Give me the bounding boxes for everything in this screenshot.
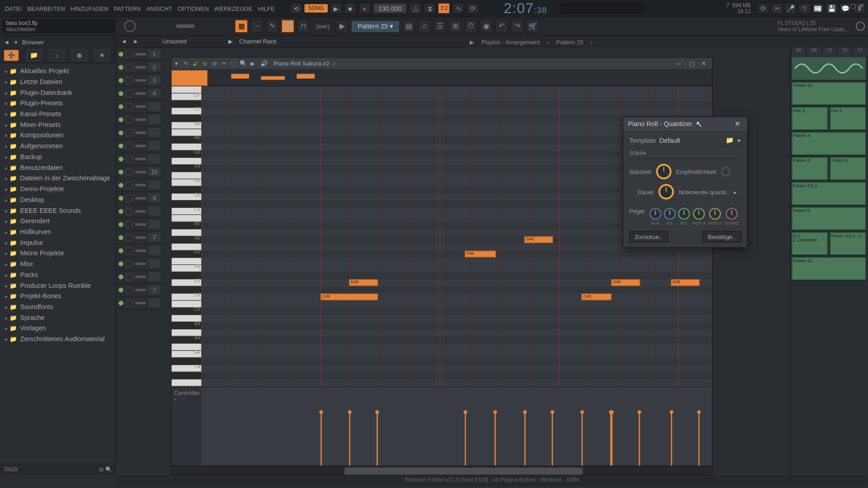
tree-item[interactable]: ▸ 📁Gerendert (0, 216, 116, 226)
midi-note[interactable]: D#5 (611, 279, 640, 286)
channel-row[interactable]: 3 (116, 74, 163, 87)
refresh-icon[interactable]: ⟳ (757, 3, 769, 14)
shop-icon[interactable]: 🛒 (526, 19, 539, 33)
pegel-tonhö-knob[interactable] (726, 208, 737, 220)
breadcrumb-item[interactable]: Playlist - Arrangement (479, 38, 542, 45)
playlist-track[interactable]: Pattern 12 (791, 256, 868, 281)
template-value[interactable]: Default (660, 136, 680, 144)
tree-item[interactable]: ▸ 📁Packs (0, 269, 116, 280)
channel-row[interactable]: · (116, 126, 163, 139)
playlist-track[interactable]: Patt..5Pat..5 (791, 106, 868, 131)
tree-item[interactable]: ▸ 📁Aufgenommen (0, 141, 116, 151)
plugin-icon[interactable]: ◉ (480, 19, 493, 33)
channel-row[interactable]: 2 (116, 61, 163, 74)
channel-row[interactable]: 7 (116, 231, 163, 244)
pr-zoom-icon[interactable]: 🔍 (239, 59, 247, 67)
channel-row[interactable]: · (116, 270, 163, 283)
pattern-mode-button[interactable]: ▦ (235, 19, 248, 33)
tree-item[interactable]: ▸ 📁Desktop (0, 194, 116, 205)
channel-row[interactable]: · (116, 113, 163, 126)
pr-speaker-icon[interactable]: 🔊 (260, 60, 268, 66)
channel-row[interactable]: · (116, 244, 163, 257)
tree-item[interactable]: ▸ 📁Backup (0, 151, 116, 162)
pr-play-icon[interactable]: ▶ (249, 59, 257, 67)
wave-icon[interactable]: ∿ (453, 3, 464, 14)
midi-note[interactable]: C#5 (321, 293, 378, 300)
save-icon[interactable]: 💾 (826, 3, 838, 14)
piano-roll-icon[interactable]: ♫ (418, 19, 431, 33)
play-preset-icon[interactable]: ▶ (335, 19, 349, 33)
template-folder-icon[interactable]: 📁 (726, 136, 734, 144)
loop-icon[interactable]: ⟳ (467, 3, 479, 14)
pattern-selector[interactable]: Pattern 25 ▾ (351, 20, 400, 33)
mic-icon[interactable]: 🎤 (785, 3, 797, 14)
snap-button[interactable]: 3:2 (438, 3, 450, 14)
brush-icon[interactable]: ✎ (266, 19, 279, 33)
channel-row[interactable]: · (116, 257, 163, 270)
scissors-icon[interactable]: ✂ (771, 3, 783, 14)
tree-item[interactable]: ▸ 📁Vorlagen (0, 323, 116, 333)
arrow-icon[interactable]: → (250, 19, 264, 33)
stop-button[interactable]: ■ (344, 3, 356, 14)
playlist-track[interactable]: Pattern 6 (791, 206, 868, 231)
controller-label[interactable]: Controller (174, 389, 200, 395)
tree-item[interactable]: ▸ 📁Soundfonts (0, 301, 116, 312)
playlist-icon[interactable]: ▤ (402, 19, 415, 33)
piano-roll-minimap[interactable] (172, 69, 712, 86)
browser-back-icon[interactable]: ◄ (4, 38, 9, 45)
redo-icon[interactable]: ↷ (511, 19, 524, 33)
breadcrumb-item[interactable]: Pattern 25 (554, 38, 586, 45)
channel-row[interactable]: · (116, 218, 163, 231)
midi-note[interactable]: D#5 (671, 279, 699, 286)
channel-row[interactable]: 7 (116, 283, 163, 296)
playlist-track[interactable]: Param..EQ 2 (791, 181, 868, 206)
ch-fwd-icon[interactable]: ► (133, 38, 139, 44)
browser-folder-icon[interactable]: 📁 (26, 49, 42, 61)
pr-erase-icon[interactable]: ⊝ (201, 59, 209, 67)
note-end-next-icon[interactable]: ▸ (734, 188, 737, 195)
channel-row[interactable]: · (116, 100, 163, 113)
channel-row[interactable]: 9 (116, 192, 163, 205)
pr-mute-icon[interactable]: ⊘ (210, 59, 218, 67)
tree-item[interactable]: ▸ 📁Demo-Projekte (0, 183, 116, 194)
playlist-track[interactable]: Pattern 8 (791, 131, 868, 156)
quantizer-close-icon[interactable]: ✕ (732, 120, 742, 128)
playlist-timeline[interactable]: 6669727577 (791, 47, 868, 56)
tree-item[interactable]: ▸ 📁Zerschnittenes Audiomaterial (0, 333, 116, 344)
tree-item[interactable]: ▸ 📁Kanal-Presets (0, 108, 116, 119)
duration-knob[interactable] (659, 184, 674, 199)
tree-item[interactable]: ▸ 📁Misc (0, 258, 116, 269)
template-next-icon[interactable]: ▸ (738, 136, 741, 144)
channel-row[interactable]: · (116, 152, 163, 165)
playlist-play-icon[interactable]: ▶ (470, 38, 475, 45)
tree-item[interactable]: ▸ 📁Benutzerdaten (0, 162, 116, 173)
browser-all-icon[interactable]: ➕ (4, 49, 19, 61)
tree-item[interactable]: ▸ 📁Sprache (0, 312, 116, 323)
channel-row[interactable]: · (116, 178, 163, 192)
tree-item[interactable]: ▸ 📁Hüllkurven (0, 226, 116, 237)
metronome-icon[interactable]: △ (410, 3, 421, 14)
link-icon[interactable]: 🔗 (281, 19, 294, 33)
tags-collapse-icon[interactable]: ⊟ (99, 466, 104, 472)
tree-item[interactable]: ▸ 📁Plugin-Presets (0, 98, 116, 108)
tree-item[interactable]: ▸ 📁Plugin-Datenbank (0, 87, 116, 98)
menu-pattern[interactable]: PATTERN (111, 4, 143, 13)
sensitivity-knob[interactable] (721, 167, 731, 176)
news-icon[interactable]: 📰 (812, 3, 824, 14)
minimize-icon[interactable]: — (841, 2, 847, 9)
browser-globe-icon[interactable]: ◉ (71, 49, 87, 61)
channel-row[interactable]: 1 (116, 47, 163, 61)
pegel-rel-knob[interactable] (678, 208, 689, 220)
browser-menu-icon[interactable]: ▾ (14, 38, 18, 45)
channel-row[interactable]: · (116, 296, 163, 310)
pegel-pan-knob[interactable] (649, 208, 661, 220)
preset-label[interactable]: (leer) (312, 23, 334, 29)
tree-item[interactable]: ▸ 📁EEEE EEEE Sounds (0, 205, 116, 216)
channel-row[interactable]: 4 (116, 87, 163, 100)
close-icon[interactable]: ✕ (859, 2, 864, 9)
menu-hinzufügen[interactable]: HINZUFüGEN (68, 4, 111, 13)
reset-button[interactable]: Zurückse.. (629, 231, 668, 242)
pr-close-icon[interactable]: ✕ (699, 60, 708, 66)
playlist-track[interactable] (791, 56, 868, 81)
countdown-icon[interactable]: ⧗ (424, 3, 436, 14)
